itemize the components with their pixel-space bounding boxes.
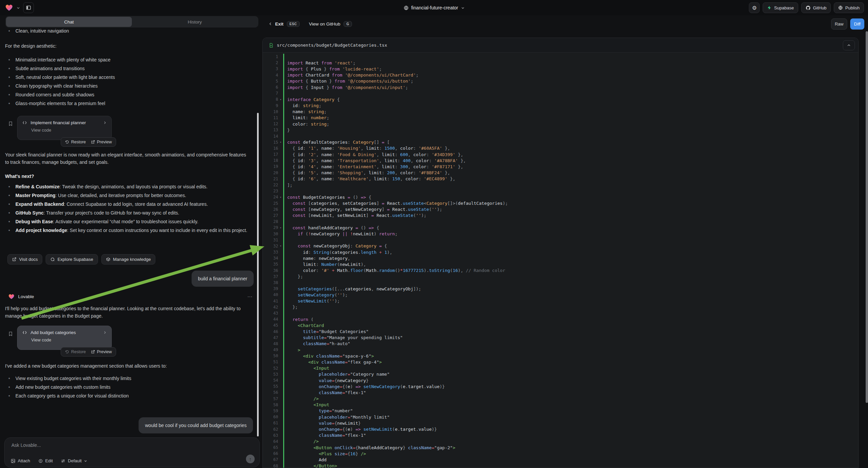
file-header[interactable]: src/components/budget/BudgetCategories.t…	[263, 38, 858, 53]
bookmark-icon[interactable]	[8, 121, 13, 126]
code-text: color: '#' + Math.floor(Math.random()*16…	[284, 268, 505, 273]
list-item: Add new budget categories with custom li…	[5, 384, 247, 390]
code-text: className="flex-1"	[284, 390, 366, 395]
sliders-icon	[61, 459, 65, 463]
raw-toggle-button[interactable]: Raw	[831, 19, 847, 30]
code-text: return (	[284, 317, 313, 322]
line-number: 62	[263, 427, 278, 432]
preview-button[interactable]: Preview	[91, 350, 112, 354]
mode-selector[interactable]: Default	[61, 458, 87, 463]
code-text: { id: '1', name: 'Housing', limit: 1500,…	[284, 146, 450, 151]
code-scrollbar[interactable]	[866, 31, 868, 403]
panel-left-icon	[26, 5, 31, 10]
code-file-card: src/components/budget/BudgetCategories.t…	[262, 38, 859, 468]
composer[interactable]: Ask Lovable... Attach Edit Default ↑	[4, 437, 260, 467]
github-button[interactable]: GitHub	[801, 2, 831, 13]
g-shortcut-badge: G	[344, 21, 352, 27]
edit-button[interactable]: Edit	[38, 458, 53, 463]
line-number: 7	[263, 91, 278, 96]
attach-button[interactable]: Attach	[11, 458, 30, 463]
toggle-sidebar-button[interactable]	[23, 2, 34, 13]
tab-chat[interactable]: Chat	[6, 17, 132, 27]
code-text: Add	[284, 457, 327, 462]
diff-added-gutter	[283, 237, 284, 243]
diff-added-gutter	[283, 90, 284, 96]
fold-caret-icon[interactable]: ▾	[278, 98, 283, 101]
code-text: const [newCategory, setNewCategory] = Re…	[284, 207, 442, 212]
fold-caret-icon[interactable]: ▾	[278, 196, 283, 199]
visit-docs-button[interactable]: Visit docs	[7, 254, 42, 265]
supabase-button[interactable]: Supabase	[763, 2, 798, 13]
code-text: const newCategoryObj: Category = {	[284, 243, 387, 248]
line-number: 42	[263, 305, 278, 310]
code-line: 51 <div className="flex gap-4">	[263, 359, 858, 365]
external-link-icon	[12, 257, 17, 262]
code-line: 41 setNewLimit('');	[263, 298, 858, 304]
fold-caret-icon[interactable]: ▾	[278, 244, 283, 247]
diff-added-gutter	[283, 310, 284, 316]
workspace-chevron-down-icon[interactable]	[17, 6, 20, 10]
line-number: 16	[263, 146, 278, 151]
code-line: 1	[263, 54, 858, 60]
code-text: className="flex-1"	[284, 433, 366, 438]
fold-caret-icon[interactable]: ▾	[278, 226, 283, 229]
fold-caret-icon[interactable]: ▾	[278, 141, 283, 144]
manage-knowledge-button[interactable]: Manage knowledge	[101, 254, 156, 265]
restore-icon	[65, 350, 69, 354]
code-text: <Input	[284, 402, 329, 407]
line-number: 67	[263, 457, 278, 462]
code-text: subtitle="Manage your spending limits"	[284, 335, 403, 340]
restore-button[interactable]: Restore	[65, 350, 86, 354]
whats-next-heading: What's next?	[5, 173, 247, 180]
external-link-icon	[91, 350, 95, 354]
preview-button[interactable]: Preview	[91, 140, 112, 144]
code-line: 43	[263, 310, 858, 316]
code-line: 64 />	[263, 438, 858, 444]
publish-button[interactable]: Publish	[834, 2, 864, 13]
code-line: 60 placeholder="Monthly limit"	[263, 414, 858, 420]
line-number: 21	[263, 177, 278, 181]
line-number: 39	[263, 286, 278, 291]
chat-scrollbar[interactable]	[257, 113, 259, 436]
list-item: Soft, neutral color palette with light b…	[5, 75, 247, 80]
code-icon	[22, 330, 27, 335]
line-number: 1	[263, 54, 278, 59]
collapse-file-button[interactable]	[843, 40, 855, 50]
version-card-implement-financial-planner[interactable]: Implement financial planner View code	[17, 116, 112, 140]
line-number: 2	[263, 60, 278, 65]
version-card-add-budget-categories[interactable]: Add budget categories View code	[17, 326, 112, 350]
composer-input[interactable]: Ask Lovable...	[11, 442, 41, 448]
github-icon	[806, 5, 811, 10]
code-line: 47 subtitle="Manage your spending limits…	[263, 335, 858, 341]
diff-toggle-button[interactable]: Diff	[850, 19, 864, 30]
view-on-github-link[interactable]: View on GitHub	[309, 22, 341, 27]
settings-button[interactable]: ⚙	[749, 2, 760, 13]
line-number: 33	[263, 250, 278, 255]
code-text: >	[284, 348, 300, 352]
line-number: 64	[263, 439, 278, 444]
code-text: <Input	[284, 365, 329, 371]
code-editor[interactable]: 12import React from 'react';3import { Pl…	[263, 53, 858, 468]
code-text: name: newCategory,	[284, 256, 350, 261]
list-item: Clean typography with clear hierarchies	[5, 83, 247, 89]
explore-supabase-button[interactable]: Explore Supabase	[45, 254, 98, 265]
code-text: { id: '3', name: 'Transportation', limit…	[284, 158, 466, 163]
more-options-button[interactable]: ⋯	[247, 294, 253, 300]
view-code-link[interactable]: View code	[31, 338, 107, 343]
code-line: 30 if (!newCategory || !newLimit) return…	[263, 231, 858, 237]
code-text: id: String(categories.length + 1),	[284, 250, 392, 255]
view-code-link[interactable]: View code	[31, 127, 107, 133]
file-added-icon	[269, 42, 274, 48]
restore-button[interactable]: Restore	[65, 140, 86, 144]
code-line: 35 limit: Number(newLimit),	[263, 261, 858, 267]
bookmark-icon[interactable]	[8, 331, 13, 337]
lovable-logo-heart-icon[interactable]	[5, 4, 13, 12]
exit-button[interactable]: Exit	[275, 22, 283, 27]
project-selector[interactable]: financial-future-creator	[403, 0, 464, 16]
line-number: 20	[263, 171, 278, 175]
code-line: 54 value={newCategory}	[263, 377, 858, 383]
arrow-up-icon: ↑	[249, 456, 252, 462]
line-number: 60	[263, 415, 278, 419]
send-button[interactable]: ↑	[246, 455, 255, 463]
tab-history[interactable]: History	[132, 17, 258, 27]
